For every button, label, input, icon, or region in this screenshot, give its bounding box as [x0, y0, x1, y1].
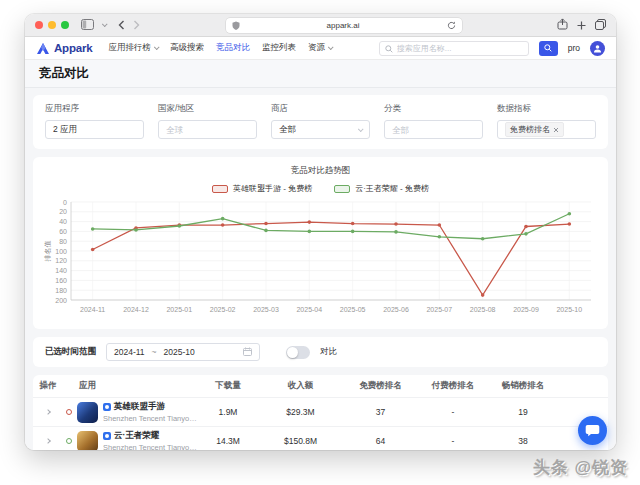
app-icon: [77, 402, 98, 423]
sidebar-toggle-icon[interactable]: [81, 16, 94, 34]
appark-logo-icon: [36, 42, 50, 55]
svg-text:2024-11: 2024-11: [80, 306, 105, 313]
back-button-icon[interactable]: [118, 16, 125, 34]
reload-icon[interactable]: [447, 16, 456, 34]
compare-toggle[interactable]: [286, 346, 310, 359]
plan-badge: pro: [568, 43, 580, 53]
search-icon: [544, 44, 552, 52]
user-avatar[interactable]: [590, 41, 605, 56]
chevron-down-icon: [328, 44, 334, 50]
store-select[interactable]: 全部: [271, 120, 370, 139]
app-name[interactable]: 英雄联盟手游: [114, 401, 165, 413]
svg-text:100: 100: [55, 248, 67, 255]
metric-tag: 免费榜排名: [505, 122, 564, 137]
filter-label: 国家/地区: [158, 103, 257, 115]
remove-tag-icon[interactable]: [553, 127, 559, 133]
filter-label: 数据指标: [497, 103, 596, 115]
metric-multiselect[interactable]: 免费榜排名: [497, 120, 596, 139]
app-filter-input[interactable]: [53, 125, 136, 135]
svg-text:40: 40: [59, 218, 67, 225]
time-range-bar: 已选时间范围 2024-11 ~ 2025-10 对比: [33, 337, 608, 367]
date-separator: ~: [152, 347, 157, 357]
grossing-rank-value: 19: [488, 407, 558, 417]
nav-item-advanced-search[interactable]: 高级搜索: [170, 42, 204, 54]
sidebar-chevron-down-icon[interactable]: [102, 21, 108, 27]
share-icon[interactable]: [557, 16, 568, 34]
trend-chart: 0204060801001201401601802002024-112024-1…: [43, 196, 597, 330]
svg-text:2025-07: 2025-07: [426, 306, 452, 313]
chrome-actions: [557, 16, 606, 34]
region-filter-input[interactable]: [166, 125, 249, 135]
chevron-down-icon: [358, 126, 364, 132]
app-navbar: Appark 应用排行榜 高级搜索 竞品对比 监控列表 资源 pro: [25, 37, 616, 60]
chat-widget-button[interactable]: [578, 416, 607, 445]
legend-item-hok[interactable]: 云·王者荣耀 - 免费榜: [334, 183, 429, 194]
page-content: 应用程序 国家/地区 商店 全部 分类: [25, 88, 616, 450]
table-header-row: 操作 应用 下载量 收入额 免费榜排名 付费榜排名 畅销榜排名: [33, 375, 608, 397]
date-start: 2024-11: [114, 347, 145, 357]
legend-item-lol[interactable]: 英雄联盟手游 - 免费榜: [212, 183, 312, 194]
free-rank-value: 37: [343, 407, 418, 417]
legend-swatch: [334, 185, 350, 193]
nav-item-competitor-compare[interactable]: 竞品对比: [216, 42, 250, 54]
filter-app: 应用程序: [45, 103, 144, 139]
svg-text:200: 200: [55, 297, 67, 304]
col-header-paid-rank: 付费榜排名: [418, 380, 488, 392]
svg-text:2025-09: 2025-09: [513, 306, 539, 313]
page-header: 竞品对比: [25, 60, 616, 88]
page-title: 竞品对比: [39, 65, 89, 82]
grossing-rank-value: 38: [488, 436, 558, 446]
search-input[interactable]: [397, 44, 523, 53]
appark-logo[interactable]: Appark: [36, 42, 92, 55]
svg-text:排名值: 排名值: [44, 241, 52, 262]
nav-item-resources[interactable]: 资源: [308, 42, 332, 54]
table-row[interactable]: 云·王者荣耀 Shenzhen Tencent Tianyou ... 14.3…: [33, 426, 608, 450]
app-search-field[interactable]: [379, 41, 529, 56]
svg-text:2025-05: 2025-05: [340, 306, 366, 313]
filter-metric: 数据指标 免费榜排名: [497, 103, 596, 139]
browser-chrome: appark.ai: [25, 14, 616, 37]
app-name[interactable]: 云·王者荣耀: [114, 430, 159, 442]
compare-toggle-label: 对比: [320, 346, 337, 358]
col-header-app: 应用: [63, 380, 198, 392]
paid-rank-value: -: [418, 407, 488, 417]
nav-items: 应用排行榜 高级搜索 竞品对比 监控列表 资源: [108, 42, 332, 54]
table-row[interactable]: 英雄联盟手游 Shenzhen Tencent Tianyou ... 1.9M…: [33, 397, 608, 426]
chrome-nav-controls: [81, 16, 140, 34]
filter-label: 分类: [384, 103, 483, 115]
minimize-window-button[interactable]: [48, 21, 56, 29]
nav-item-app-rankings[interactable]: 应用排行榜: [108, 42, 158, 54]
zoom-window-button[interactable]: [61, 21, 69, 29]
series-color-dot: [66, 409, 72, 415]
browser-window: appark.ai: [25, 14, 616, 450]
revenue-value: $29.3M: [258, 407, 343, 417]
filter-region: 国家/地区: [158, 103, 257, 139]
calendar-icon: [243, 347, 252, 358]
expand-row-icon[interactable]: [45, 409, 51, 415]
svg-text:120: 120: [55, 257, 67, 264]
free-rank-value: 64: [343, 436, 418, 446]
svg-text:80: 80: [59, 238, 67, 245]
search-icon: [385, 39, 393, 57]
search-button[interactable]: [539, 41, 558, 56]
privacy-shield-icon: [232, 16, 240, 34]
date-range-picker[interactable]: 2024-11 ~ 2025-10: [106, 343, 260, 361]
svg-text:0: 0: [63, 199, 67, 206]
svg-text:140: 140: [55, 267, 67, 274]
downloads-value: 14.3M: [198, 436, 258, 446]
nav-item-watchlist[interactable]: 监控列表: [262, 42, 296, 54]
col-header-action: 操作: [33, 380, 63, 392]
watermark-text: 头条 @锐资: [533, 456, 628, 479]
category-filter-input[interactable]: [392, 125, 475, 135]
svg-text:2025-01: 2025-01: [166, 306, 192, 313]
tab-overview-icon[interactable]: [595, 16, 606, 34]
close-window-button[interactable]: [35, 21, 43, 29]
appark-logo-text: Appark: [54, 42, 92, 54]
new-tab-plus-icon[interactable]: [577, 16, 586, 34]
toggle-knob: [287, 347, 298, 358]
forward-button-icon[interactable]: [133, 16, 140, 34]
expand-row-icon[interactable]: [45, 438, 51, 444]
trend-chart-card: 竞品对比趋势图 英雄联盟手游 - 免费榜 云·王者荣耀 - 免费榜 020406…: [33, 157, 608, 329]
col-header-grossing-rank: 畅销榜排名: [488, 380, 558, 392]
url-bar[interactable]: appark.ai: [226, 18, 462, 33]
